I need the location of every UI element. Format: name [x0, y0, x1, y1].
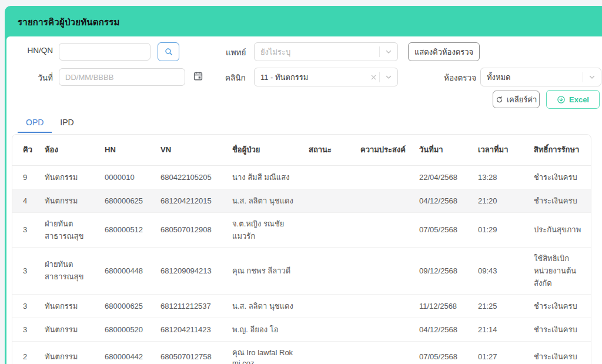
- queue-table: คิวห้องHNVNชื่อผู้ป่วยสถานะความประสงค์วั…: [12, 135, 591, 364]
- cell-room: ทันตกรรม: [39, 294, 99, 318]
- cell-vn: 680507012758: [155, 341, 226, 364]
- cell-queue: 4: [12, 189, 39, 212]
- cell-queue: 9: [12, 165, 39, 189]
- cell-room: ทันตกรรม: [39, 165, 99, 189]
- cell-room: ฝ่ายทันตสาธารณสุข: [39, 247, 99, 294]
- column-header: สถานะ: [303, 135, 354, 165]
- cell-hn: 680000442: [99, 341, 155, 364]
- cell-hn: 680000625: [99, 294, 155, 318]
- doctor-select-value: ยังไม่ระบุ: [255, 46, 379, 58]
- cell-status: [303, 165, 354, 189]
- clear-clinic-icon[interactable]: [367, 74, 379, 81]
- column-header: คิว: [12, 135, 39, 165]
- cell-time: 01:29: [472, 212, 528, 247]
- cell-purpose: [354, 318, 413, 341]
- cell-name: น.ส. ลลิตา นุชแดง: [226, 294, 303, 318]
- queue-table-container: คิวห้องHNVNชื่อผู้ป่วยสถานะความประสงค์วั…: [12, 134, 591, 364]
- search-icon: [164, 47, 173, 56]
- cell-hn: 680000512: [99, 212, 155, 247]
- cell-date: 07/05/2568: [413, 212, 472, 247]
- cell-status: [303, 294, 354, 318]
- cell-time: 13:28: [472, 165, 528, 189]
- date-input[interactable]: [59, 68, 185, 86]
- cell-purpose: [354, 341, 413, 364]
- cell-date: 04/12/2568: [413, 318, 472, 341]
- cell-queue: 3: [12, 212, 39, 247]
- table-row[interactable]: 3ทันตกรรม680000520681204211423พ.ญ. อียอง…: [12, 318, 591, 341]
- exam-room-select-value: ทั้งหมด: [481, 71, 583, 84]
- doctor-select[interactable]: ยังไม่ระบุ: [254, 42, 398, 61]
- cell-rights: ชำระเงินครบ: [528, 341, 591, 364]
- excel-export-button[interactable]: Excel: [546, 90, 600, 109]
- cell-hn: 680000520: [99, 318, 155, 341]
- cell-purpose: [354, 212, 413, 247]
- queue-table-header: คิวห้องHNVNชื่อผู้ป่วยสถานะความประสงค์วั…: [12, 135, 591, 165]
- hn-label: HN/QN: [27, 46, 53, 55]
- calendar-icon[interactable]: [193, 71, 203, 81]
- table-row[interactable]: 9ทันตกรรม0000010680422105205นาง ส้มสี มณ…: [12, 165, 591, 189]
- cell-time: 01:27: [472, 341, 528, 364]
- cell-name: จ.ต.หญิง รณชัย แมวรัก: [226, 212, 303, 247]
- table-row[interactable]: 3ฝ่ายทันตสาธารณสุข680000448681209094213ค…: [12, 247, 591, 294]
- tab-ipd[interactable]: IPD: [52, 115, 82, 133]
- exam-room-label: ห้องตรวจ: [444, 71, 476, 84]
- hn-input[interactable]: [59, 43, 150, 61]
- cell-rights: ชำระเงินครบ: [528, 165, 591, 189]
- cell-status: [303, 189, 354, 212]
- cell-purpose: [354, 294, 413, 318]
- column-header: ความประสงค์: [354, 135, 413, 165]
- chevron-down-icon[interactable]: [583, 74, 601, 81]
- cell-time: 21:20: [472, 189, 528, 212]
- cell-name: พ.ญ. อียอง โอ: [226, 318, 303, 341]
- table-row[interactable]: 2ทันตกรรม680000442680507012758คุณ Iro la…: [12, 341, 591, 364]
- search-button[interactable]: [158, 42, 179, 61]
- chevron-down-icon[interactable]: [380, 74, 397, 81]
- clear-values-label: เคลียร์ค่า: [507, 93, 537, 106]
- column-header: วันที่มา: [413, 135, 472, 165]
- cell-rights: ชำระเงินครบ: [528, 318, 591, 341]
- exam-room-select[interactable]: ทั้งหมด: [480, 68, 601, 86]
- cell-vn: 680507012908: [155, 212, 226, 247]
- cell-queue: 3: [12, 294, 39, 318]
- show-room-queue-label: แสดงคิวห้องตรวจ: [414, 46, 473, 58]
- cell-hn: 680000448: [99, 247, 155, 294]
- table-row[interactable]: 3ทันตกรรม680000625681211212537น.ส. ลลิตา…: [12, 294, 591, 318]
- cell-room: ทันตกรรม: [39, 318, 99, 341]
- cell-queue: 2: [12, 341, 39, 364]
- cell-vn: 681204212015: [155, 189, 226, 212]
- cell-rights: ชำระเงินครบ: [528, 294, 591, 318]
- column-header: เวลาที่มา: [472, 135, 528, 165]
- cell-time: 21:14: [472, 318, 528, 341]
- column-header: สิทธิ์การรักษา: [528, 135, 591, 165]
- cell-room: ทันตกรรม: [39, 189, 99, 212]
- table-row[interactable]: 4ทันตกรรม680000625681204212015น.ส. ลลิตา…: [12, 189, 591, 212]
- date-label: วันที่: [27, 71, 53, 84]
- cell-status: [303, 341, 354, 364]
- download-icon: [557, 95, 566, 104]
- cell-date: 07/05/2568: [413, 341, 472, 364]
- cell-vn: 681209094213: [155, 247, 226, 294]
- column-header: ชื่อผู้ป่วย: [226, 135, 303, 165]
- show-room-queue-button[interactable]: แสดงคิวห้องตรวจ: [408, 42, 480, 61]
- column-header: VN: [155, 135, 226, 165]
- clinic-select[interactable]: 11 - ทันตกรรม: [254, 68, 398, 86]
- cell-vn: 681204211423: [155, 318, 226, 341]
- cell-date: 11/12/2568: [413, 294, 472, 318]
- cell-purpose: [354, 189, 413, 212]
- cell-vn: 681211212537: [155, 294, 226, 318]
- cell-status: [303, 318, 354, 341]
- cell-rights: ชำระเงินครบ: [528, 189, 591, 212]
- clear-values-button[interactable]: เคลียร์ค่า: [493, 91, 540, 108]
- tab-opd[interactable]: OPD: [18, 115, 52, 133]
- cell-room: ทันตกรรม: [39, 341, 99, 364]
- queue-panel: รายการคิวผู้ป่วยทันตกรรม HN/QN แพทย์ ยัง…: [5, 6, 602, 364]
- table-row[interactable]: 3ฝ่ายทันตสาธารณสุข680000512680507012908จ…: [12, 212, 591, 247]
- cell-name: น.ส. ลลิตา นุชแดง: [226, 189, 303, 212]
- page-title: รายการคิวผู้ป่วยทันตกรรม: [18, 15, 120, 29]
- cell-rights: ประกันสุขภาพ: [528, 212, 591, 247]
- clinic-select-value: 11 - ทันตกรรม: [255, 71, 367, 84]
- cell-rights: ใช้สิทธิเบิกหน่วยงานต้นสังกัด: [528, 247, 591, 294]
- patient-type-tabs: OPD IPD: [18, 115, 82, 133]
- cell-name: คุณ Iro lawfal Rok mi coz: [226, 341, 303, 364]
- chevron-down-icon[interactable]: [380, 48, 397, 55]
